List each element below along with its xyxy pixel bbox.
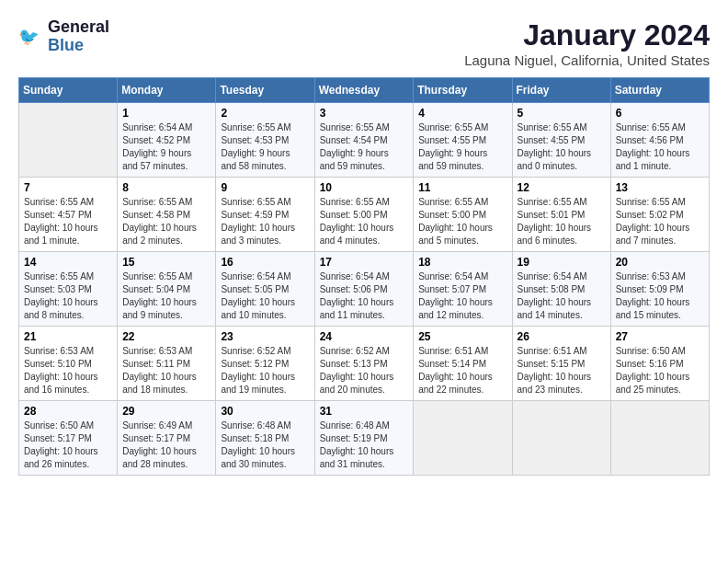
- calendar-cell: 17Sunrise: 6:54 AM Sunset: 5:06 PM Dayli…: [314, 252, 414, 327]
- day-info: Sunrise: 6:55 AM Sunset: 5:01 PM Dayligh…: [518, 196, 606, 247]
- calendar-cell: 3Sunrise: 6:55 AM Sunset: 4:54 PM Daylig…: [314, 103, 414, 178]
- logo-text: General Blue: [48, 18, 109, 55]
- calendar-cell: 22Sunrise: 6:53 AM Sunset: 5:11 PM Dayli…: [118, 327, 216, 401]
- column-header-saturday: Saturday: [610, 78, 709, 103]
- calendar-cell: 20Sunrise: 6:53 AM Sunset: 5:09 PM Dayli…: [610, 252, 709, 327]
- calendar-cell: 18Sunrise: 6:54 AM Sunset: 5:07 PM Dayli…: [414, 252, 512, 327]
- day-number: 18: [418, 256, 506, 269]
- day-number: 15: [122, 256, 210, 269]
- day-info: Sunrise: 6:55 AM Sunset: 4:57 PM Dayligh…: [24, 196, 112, 247]
- day-info: Sunrise: 6:53 AM Sunset: 5:09 PM Dayligh…: [616, 270, 704, 322]
- day-number: 22: [122, 330, 210, 343]
- day-number: 13: [616, 181, 704, 194]
- day-info: Sunrise: 6:49 AM Sunset: 5:17 PM Dayligh…: [122, 419, 210, 471]
- day-info: Sunrise: 6:55 AM Sunset: 4:54 PM Dayligh…: [320, 121, 409, 173]
- day-number: 25: [418, 330, 506, 343]
- day-info: Sunrise: 6:54 AM Sunset: 5:06 PM Dayligh…: [320, 270, 409, 322]
- calendar-cell: 9Sunrise: 6:55 AM Sunset: 4:59 PM Daylig…: [216, 178, 314, 252]
- day-number: 30: [221, 405, 309, 418]
- day-number: 14: [24, 256, 112, 269]
- day-info: Sunrise: 6:53 AM Sunset: 5:10 PM Dayligh…: [24, 345, 112, 396]
- day-number: 28: [24, 405, 112, 418]
- calendar-cell: 13Sunrise: 6:55 AM Sunset: 5:02 PM Dayli…: [610, 178, 709, 252]
- calendar-cell: 15Sunrise: 6:55 AM Sunset: 5:04 PM Dayli…: [118, 252, 216, 327]
- calendar-cell: 7Sunrise: 6:55 AM Sunset: 4:57 PM Daylig…: [19, 178, 118, 252]
- calendar-cell: 4Sunrise: 6:55 AM Sunset: 4:55 PM Daylig…: [414, 103, 512, 178]
- day-info: Sunrise: 6:55 AM Sunset: 4:53 PM Dayligh…: [221, 121, 309, 173]
- day-number: 26: [518, 330, 606, 343]
- day-info: Sunrise: 6:51 AM Sunset: 5:15 PM Dayligh…: [518, 345, 606, 396]
- column-header-wednesday: Wednesday: [314, 78, 414, 103]
- day-number: 21: [24, 330, 112, 343]
- column-header-thursday: Thursday: [414, 78, 512, 103]
- day-number: 8: [122, 181, 210, 194]
- calendar-cell: 19Sunrise: 6:54 AM Sunset: 5:08 PM Dayli…: [512, 252, 610, 327]
- calendar-cell: 28Sunrise: 6:50 AM Sunset: 5:17 PM Dayli…: [19, 401, 118, 476]
- day-info: Sunrise: 6:54 AM Sunset: 5:08 PM Dayligh…: [518, 270, 606, 322]
- calendar-cell: 31Sunrise: 6:48 AM Sunset: 5:19 PM Dayli…: [314, 401, 414, 476]
- day-number: 1: [122, 107, 210, 120]
- day-info: Sunrise: 6:55 AM Sunset: 5:04 PM Dayligh…: [122, 270, 210, 322]
- day-info: Sunrise: 6:55 AM Sunset: 4:55 PM Dayligh…: [518, 121, 606, 173]
- title-section: January 2024 Laguna Niguel, California, …: [464, 18, 710, 68]
- day-info: Sunrise: 6:55 AM Sunset: 5:00 PM Dayligh…: [418, 196, 506, 247]
- calendar-cell: 11Sunrise: 6:55 AM Sunset: 5:00 PM Dayli…: [414, 178, 512, 252]
- logo-icon: 🐦: [18, 24, 44, 50]
- day-number: 4: [418, 107, 506, 120]
- day-number: 12: [518, 181, 606, 194]
- calendar-week-2: 7Sunrise: 6:55 AM Sunset: 4:57 PM Daylig…: [19, 178, 710, 252]
- svg-text:🐦: 🐦: [18, 26, 40, 46]
- day-number: 31: [320, 405, 409, 418]
- calendar-cell: 12Sunrise: 6:55 AM Sunset: 5:01 PM Dayli…: [512, 178, 610, 252]
- calendar-cell: 29Sunrise: 6:49 AM Sunset: 5:17 PM Dayli…: [118, 401, 216, 476]
- day-number: 7: [24, 181, 112, 194]
- location-subtitle: Laguna Niguel, California, United States: [464, 52, 710, 68]
- calendar-cell: 10Sunrise: 6:55 AM Sunset: 5:00 PM Dayli…: [314, 178, 414, 252]
- day-info: Sunrise: 6:54 AM Sunset: 5:07 PM Dayligh…: [418, 270, 506, 322]
- calendar-cell: 27Sunrise: 6:50 AM Sunset: 5:16 PM Dayli…: [610, 327, 709, 401]
- day-number: 19: [518, 256, 606, 269]
- calendar-week-5: 28Sunrise: 6:50 AM Sunset: 5:17 PM Dayli…: [19, 401, 710, 476]
- calendar-cell: 23Sunrise: 6:52 AM Sunset: 5:12 PM Dayli…: [216, 327, 314, 401]
- calendar-cell: 2Sunrise: 6:55 AM Sunset: 4:53 PM Daylig…: [216, 103, 314, 178]
- month-year-title: January 2024: [464, 18, 710, 52]
- calendar-cell: 5Sunrise: 6:55 AM Sunset: 4:55 PM Daylig…: [512, 103, 610, 178]
- day-number: 3: [320, 107, 409, 120]
- day-number: 17: [320, 256, 409, 269]
- day-number: 16: [221, 256, 309, 269]
- calendar-cell: 8Sunrise: 6:55 AM Sunset: 4:58 PM Daylig…: [118, 178, 216, 252]
- calendar-table: SundayMondayTuesdayWednesdayThursdayFrid…: [18, 77, 710, 476]
- page-header: 🐦 General Blue January 2024 Laguna Nigue…: [18, 18, 710, 68]
- day-info: Sunrise: 6:55 AM Sunset: 4:55 PM Dayligh…: [418, 121, 506, 173]
- day-info: Sunrise: 6:50 AM Sunset: 5:17 PM Dayligh…: [24, 419, 112, 471]
- calendar-cell: [414, 401, 512, 476]
- day-number: 23: [221, 330, 309, 343]
- calendar-cell: 21Sunrise: 6:53 AM Sunset: 5:10 PM Dayli…: [19, 327, 118, 401]
- day-info: Sunrise: 6:52 AM Sunset: 5:12 PM Dayligh…: [221, 345, 309, 396]
- day-number: 2: [221, 107, 309, 120]
- day-info: Sunrise: 6:53 AM Sunset: 5:11 PM Dayligh…: [122, 345, 210, 396]
- day-info: Sunrise: 6:55 AM Sunset: 4:58 PM Dayligh…: [122, 196, 210, 247]
- day-number: 9: [221, 181, 309, 194]
- calendar-cell: 16Sunrise: 6:54 AM Sunset: 5:05 PM Dayli…: [216, 252, 314, 327]
- column-header-friday: Friday: [512, 78, 610, 103]
- day-info: Sunrise: 6:55 AM Sunset: 5:03 PM Dayligh…: [24, 270, 112, 322]
- calendar-cell: [610, 401, 709, 476]
- calendar-cell: 1Sunrise: 6:54 AM Sunset: 4:52 PM Daylig…: [118, 103, 216, 178]
- day-info: Sunrise: 6:50 AM Sunset: 5:16 PM Dayligh…: [616, 345, 704, 396]
- day-info: Sunrise: 6:55 AM Sunset: 4:59 PM Dayligh…: [221, 196, 309, 247]
- calendar-cell: 30Sunrise: 6:48 AM Sunset: 5:18 PM Dayli…: [216, 401, 314, 476]
- day-number: 6: [616, 107, 704, 120]
- day-number: 27: [616, 330, 704, 343]
- column-header-monday: Monday: [118, 78, 216, 103]
- calendar-cell: 24Sunrise: 6:52 AM Sunset: 5:13 PM Dayli…: [314, 327, 414, 401]
- day-info: Sunrise: 6:54 AM Sunset: 5:05 PM Dayligh…: [221, 270, 309, 322]
- day-number: 11: [418, 181, 506, 194]
- calendar-week-4: 21Sunrise: 6:53 AM Sunset: 5:10 PM Dayli…: [19, 327, 710, 401]
- day-number: 24: [320, 330, 409, 343]
- day-info: Sunrise: 6:55 AM Sunset: 5:00 PM Dayligh…: [320, 196, 409, 247]
- calendar-cell: 25Sunrise: 6:51 AM Sunset: 5:14 PM Dayli…: [414, 327, 512, 401]
- day-info: Sunrise: 6:48 AM Sunset: 5:18 PM Dayligh…: [221, 419, 309, 471]
- day-number: 5: [518, 107, 606, 120]
- column-header-tuesday: Tuesday: [216, 78, 314, 103]
